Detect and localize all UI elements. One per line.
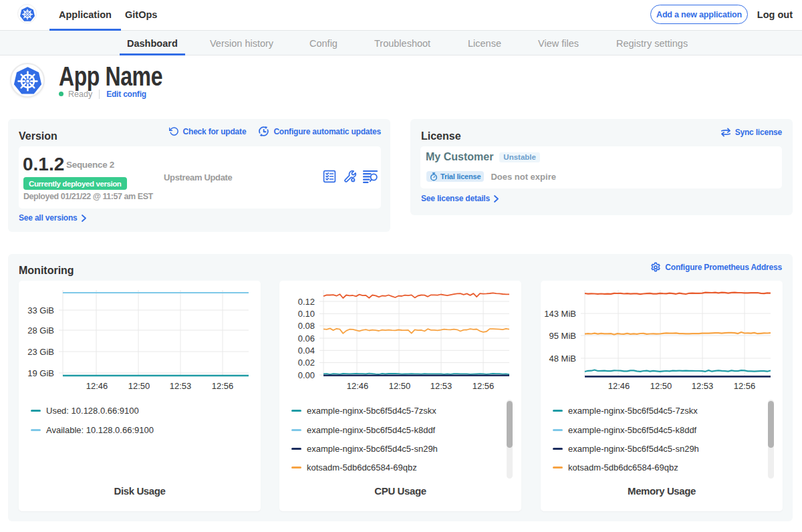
svg-text:12:56: 12:56 (473, 381, 495, 391)
svg-text:0.12: 0.12 (298, 297, 315, 307)
svg-text:12:56: 12:56 (212, 381, 234, 391)
svg-text:12:53: 12:53 (430, 381, 452, 391)
svg-text:0.04: 0.04 (298, 346, 315, 356)
svg-text:12:46: 12:46 (347, 381, 369, 391)
svg-text:12:46: 12:46 (86, 381, 108, 391)
svg-text:12:46: 12:46 (608, 381, 630, 391)
svg-text:0.06: 0.06 (298, 334, 315, 344)
svg-text:12:50: 12:50 (389, 381, 411, 391)
svg-text:23 GiB: 23 GiB (27, 347, 54, 357)
svg-text:19 GiB: 19 GiB (27, 368, 54, 378)
svg-text:0.08: 0.08 (298, 321, 315, 331)
svg-text:33 GiB: 33 GiB (27, 305, 54, 315)
svg-text:28 GiB: 28 GiB (27, 325, 54, 336)
svg-text:12:50: 12:50 (128, 381, 150, 391)
svg-text:48 MiB: 48 MiB (549, 354, 576, 364)
svg-text:143 MiB: 143 MiB (544, 309, 576, 319)
svg-text:95 MiB: 95 MiB (549, 331, 576, 341)
svg-text:0.00: 0.00 (298, 370, 315, 380)
svg-text:12:53: 12:53 (170, 381, 192, 391)
svg-text:0.10: 0.10 (298, 309, 315, 319)
svg-text:12:50: 12:50 (650, 381, 672, 391)
svg-text:0.02: 0.02 (298, 358, 315, 368)
svg-text:12:56: 12:56 (734, 381, 756, 391)
svg-text:12:53: 12:53 (692, 381, 714, 391)
